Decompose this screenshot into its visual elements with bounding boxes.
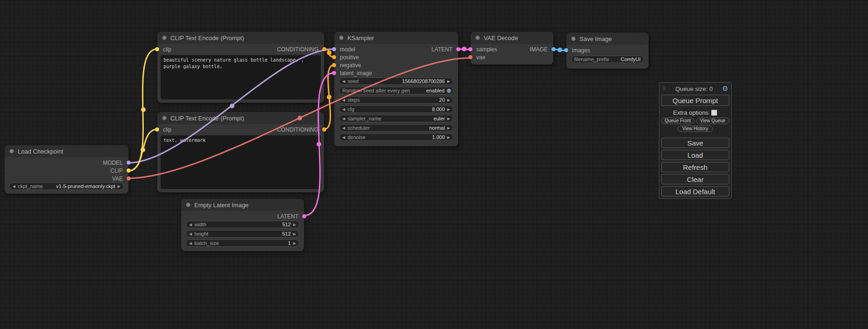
node-titlebar[interactable]: Save Image [566,33,649,45]
link-midpoint-dot-image [557,48,562,52]
input-slot-clip[interactable] [155,127,159,132]
clear-button[interactable]: Clear [661,174,729,184]
node-status-dot[interactable] [339,35,344,40]
increment-arrow-icon[interactable]: ▶ [118,184,120,189]
node-titlebar[interactable]: Empty Latent Image [181,199,304,211]
input-slot-clip[interactable] [155,47,159,51]
increment-arrow-icon[interactable]: ▶ [293,241,296,245]
input-slot-model[interactable] [332,47,336,51]
decrement-arrow-icon[interactable]: ◀ [342,126,345,130]
increment-arrow-icon[interactable]: ▶ [293,232,296,236]
increment-arrow-icon[interactable]: ▶ [293,223,296,227]
extra-options-checkbox[interactable] [711,110,717,116]
widget-label: seed [347,78,359,84]
negative-prompt-textarea[interactable]: text, watermark [161,135,321,189]
output-slot-conditioning[interactable] [322,127,326,132]
batch-size-number-widget[interactable]: ◀ batch_size 1 ▶ [186,239,299,247]
height-number-widget[interactable]: ◀ height 512 ▶ [186,230,299,238]
node-status-dot[interactable] [9,149,14,154]
decrement-arrow-icon[interactable]: ◀ [342,98,345,102]
sampler-name-combo-widget[interactable]: ◀ sampler_name euler ▶ [339,115,453,122]
node-status-dot[interactable] [475,35,480,40]
node-ksampler[interactable]: KSampler model LATENT positive negative … [334,32,458,146]
save-button[interactable]: Save [661,138,729,148]
node-load-checkpoint[interactable]: Load Checkpoint MODEL CLIP VAE ◀ ckpt_na… [5,145,128,194]
decrement-arrow-icon[interactable]: ◀ [13,184,15,189]
increment-arrow-icon[interactable]: ▶ [447,107,450,112]
output-row: CLIP [5,167,128,175]
decrement-arrow-icon[interactable]: ◀ [342,135,345,140]
seed-number-widget[interactable]: ◀ seed 156680208700286 ▶ [339,77,453,85]
scheduler-combo-widget[interactable]: ◀ scheduler normal ▶ [339,124,453,132]
output-slot-latent[interactable] [456,47,460,51]
decrement-arrow-icon[interactable]: ◀ [189,241,192,245]
output-label-conditioning: CONDITIONING [277,46,318,53]
widget-value: ComfyUI [621,56,641,62]
settings-gear-icon[interactable]: ⚙ [722,85,728,92]
node-titlebar[interactable]: Load Checkpoint [5,145,128,157]
toggle-knob[interactable] [447,89,451,93]
output-slot-model[interactable] [127,161,131,165]
input-slot-images[interactable] [564,48,568,52]
queue-buttons-row: Queue Front View Queue [661,118,729,124]
output-slot-clip[interactable] [127,168,131,173]
output-slot-latent[interactable] [302,214,306,218]
input-slot-positive[interactable] [332,55,336,59]
output-slot-image[interactable] [551,47,556,51]
node-status-dot[interactable] [186,203,191,207]
increment-arrow-icon[interactable]: ▶ [447,79,450,84]
input-slot-samples[interactable] [468,47,473,51]
node-clip-text-encode-negative[interactable]: CLIP Text Encode (Prompt) clip CONDITION… [157,112,324,192]
node-titlebar[interactable]: CLIP Text Encode (Prompt) [157,112,324,124]
widget-label: Random seed after every gen [342,88,410,93]
decrement-arrow-icon[interactable]: ◀ [189,223,192,227]
output-slot-conditioning[interactable] [322,47,326,51]
widget-value: euler [433,116,445,121]
ckpt-name-combo-widget[interactable]: ◀ ckpt_name v1-5-pruned-emaonly.ckpt ▶ [9,182,124,190]
decrement-arrow-icon[interactable]: ◀ [189,232,192,236]
increment-arrow-icon[interactable]: ▶ [447,135,450,140]
node-title: CLIP Text Encode (Prompt) [170,35,244,42]
node-titlebar[interactable]: VAE Decode [471,32,553,44]
input-slot-vae[interactable] [468,55,473,59]
widget-label: batch_size [194,240,219,246]
random-seed-toggle-widget[interactable]: Random seed after every gen enabled [339,87,453,94]
node-status-dot[interactable] [571,36,576,41]
queue-front-button[interactable]: Queue Front [661,118,694,124]
queue-prompt-button[interactable]: Queue Prompt [661,95,729,106]
width-number-widget[interactable]: ◀ width 512 ▶ [186,221,299,228]
widget-value: normal [429,125,445,131]
increment-arrow-icon[interactable]: ▶ [447,98,450,102]
node-clip-text-encode-positive[interactable]: CLIP Text Encode (Prompt) clip CONDITION… [157,32,324,103]
view-history-button[interactable]: View History [677,126,713,132]
widget-label: width [194,222,206,227]
denoise-number-widget[interactable]: ◀ denoise 1.000 ▶ [339,133,453,141]
load-default-button[interactable]: Load Default [661,186,729,196]
node-title: Save Image [579,35,612,42]
node-titlebar[interactable]: KSampler [334,32,458,44]
refresh-button[interactable]: Refresh [661,162,729,172]
increment-arrow-icon[interactable]: ▶ [447,117,450,121]
drag-handle-icon[interactable]: ⠿ [662,86,666,92]
node-vae-decode[interactable]: VAE Decode samples IMAGE vae [471,32,553,64]
positive-prompt-textarea[interactable]: beautiful scenery nature glass bottle la… [161,55,321,99]
input-slot-latent-image[interactable] [332,71,336,75]
steps-number-widget[interactable]: ◀ steps 20 ▶ [339,96,453,104]
decrement-arrow-icon[interactable]: ◀ [342,107,345,112]
view-queue-button[interactable]: View Queue [696,118,729,124]
node-empty-latent-image[interactable]: Empty Latent Image LATENT ◀ width 512 ▶ … [181,199,304,251]
input-slot-negative[interactable] [332,63,336,67]
load-button[interactable]: Load [661,150,729,160]
node-status-dot[interactable] [162,35,167,40]
decrement-arrow-icon[interactable]: ◀ [342,117,345,121]
output-slot-vae[interactable] [127,176,131,181]
increment-arrow-icon[interactable]: ▶ [447,126,450,130]
filename-prefix-text-widget[interactable]: filename_prefix ComfyUI [571,56,644,63]
node-status-dot[interactable] [162,116,167,120]
node-titlebar[interactable]: CLIP Text Encode (Prompt) [157,32,324,44]
decrement-arrow-icon[interactable]: ◀ [342,79,345,84]
cfg-number-widget[interactable]: ◀ cfg 8.000 ▶ [339,105,453,113]
link-midpoint-dot-clip-negative [141,147,145,152]
wire-clip-negative [128,129,157,171]
node-save-image[interactable]: Save Image images filename_prefix ComfyU… [566,33,649,69]
